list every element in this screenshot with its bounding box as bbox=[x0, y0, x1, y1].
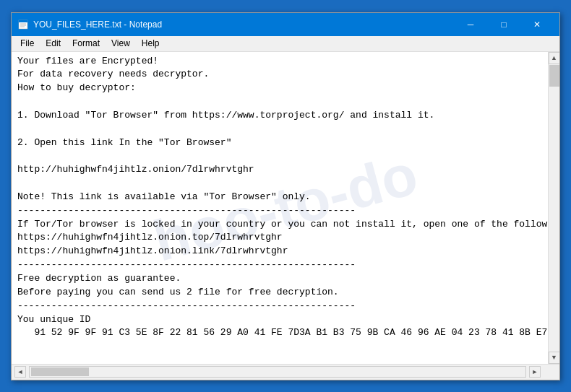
app-icon bbox=[17, 19, 29, 30]
scroll-up-button[interactable]: ▲ bbox=[549, 52, 560, 64]
window-title: YOU_FILES_HERE.txt - Notepad bbox=[33, 19, 454, 30]
editor-area: hoo-to-do Your files are Encrypted! For … bbox=[12, 52, 559, 364]
scroll-track-vertical bbox=[549, 64, 559, 352]
close-button[interactable]: ✕ bbox=[520, 13, 554, 36]
scroll-left-button[interactable]: ◄ bbox=[14, 366, 26, 378]
scroll-right-button[interactable]: ► bbox=[529, 366, 541, 378]
status-bar: ◄ ► bbox=[12, 364, 559, 380]
text-editor[interactable]: Your files are Encrypted! For data recov… bbox=[12, 52, 548, 364]
menu-format[interactable]: Format bbox=[66, 37, 106, 50]
horizontal-scrollbar bbox=[29, 366, 526, 378]
menu-edit[interactable]: Edit bbox=[40, 37, 66, 50]
svg-rect-1 bbox=[19, 20, 27, 22]
title-bar: YOU_FILES_HERE.txt - Notepad ─ □ ✕ bbox=[12, 13, 559, 36]
vertical-scrollbar: ▲ ▼ bbox=[548, 52, 559, 364]
maximize-button[interactable]: □ bbox=[487, 13, 520, 36]
minimize-button[interactable]: ─ bbox=[454, 13, 487, 36]
scroll-down-button[interactable]: ▼ bbox=[549, 352, 560, 364]
window-controls: ─ □ ✕ bbox=[454, 13, 554, 36]
scroll-thumb-horizontal[interactable] bbox=[31, 367, 89, 376]
menu-view[interactable]: View bbox=[106, 37, 136, 50]
resize-grip bbox=[545, 366, 557, 378]
scroll-thumb-vertical[interactable] bbox=[549, 65, 559, 87]
menu-help[interactable]: Help bbox=[136, 37, 166, 50]
menu-file[interactable]: File bbox=[14, 37, 40, 50]
notepad-window: YOU_FILES_HERE.txt - Notepad ─ □ ✕ File … bbox=[11, 12, 560, 380]
menu-bar: File Edit Format View Help bbox=[12, 36, 559, 52]
